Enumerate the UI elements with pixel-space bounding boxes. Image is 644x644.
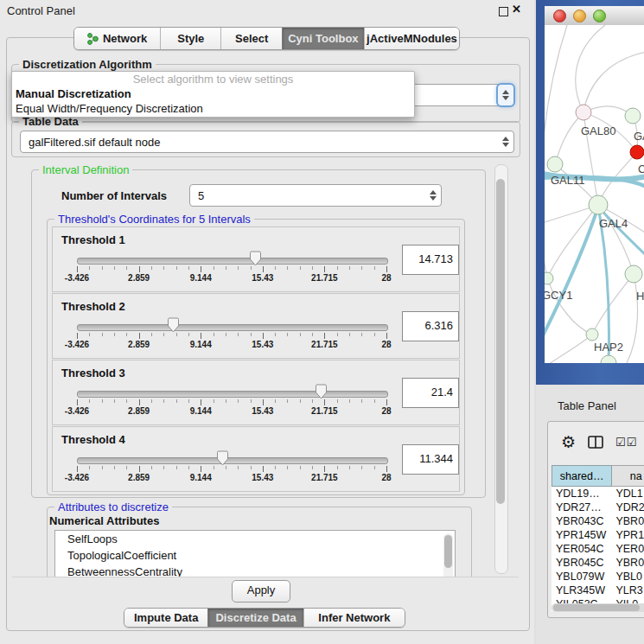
table-data-group: Table Data galFiltered.sif default node xyxy=(11,121,520,157)
threshold-value-field[interactable]: 6.316 xyxy=(402,311,459,341)
tab-label: Infer Network xyxy=(318,611,390,624)
tab-select[interactable]: Select xyxy=(220,28,281,49)
network-node[interactable] xyxy=(625,108,641,124)
combobox-stepper[interactable] xyxy=(498,131,513,152)
table-cell: YBR0 xyxy=(611,557,644,569)
table-row[interactable]: YER054CYER0 xyxy=(552,542,644,556)
network-node[interactable] xyxy=(545,272,553,284)
tab-style[interactable]: Style xyxy=(160,28,220,49)
minimize-traffic-light-icon[interactable] xyxy=(573,10,586,22)
table-cell: YPR145W xyxy=(552,529,611,541)
table-row[interactable]: YDL19…YDL1 xyxy=(552,487,644,501)
table-row[interactable]: YBL079WYBL0 xyxy=(552,570,644,583)
algorithm-dropdown-popup: Select algorithm to view settings Manual… xyxy=(11,71,415,118)
network-node[interactable] xyxy=(576,105,591,120)
threshold-title: Threshold 3 xyxy=(61,367,125,379)
network-node[interactable] xyxy=(625,265,642,283)
tab-label: Cyni Toolbox xyxy=(288,32,358,45)
table-panel-title: Table Panel xyxy=(558,399,616,412)
network-canvas[interactable]: GAL80GACGAL11GAL4GCY1HHAP2 xyxy=(545,25,644,363)
table-cell: YLR3 xyxy=(611,584,644,596)
network-graph: GAL80GACGAL11GAL4GCY1HHAP2 xyxy=(545,25,644,363)
list-scrollbar[interactable] xyxy=(443,533,453,577)
num-intervals-value: 5 xyxy=(190,189,425,202)
slider-thumb[interactable] xyxy=(315,384,328,399)
select-columns-icon[interactable]: ☑☑ xyxy=(615,436,637,449)
slider-thumb[interactable] xyxy=(249,251,262,266)
table-cell: YER0 xyxy=(611,543,644,555)
slider-track[interactable] xyxy=(77,391,388,398)
slider-tick-labels: -3.4262.8599.14415.4321.71528 xyxy=(53,273,459,284)
interval-definition-group: Interval Definition Number of Intervals … xyxy=(31,169,486,498)
table-row[interactable]: YLR345WYLR3 xyxy=(552,583,644,597)
network-edges xyxy=(545,25,644,363)
slider-track[interactable] xyxy=(77,457,388,464)
dropdown-option-manual[interactable]: Manual Discretization xyxy=(12,86,414,101)
group-label: Discretization Algorithm xyxy=(19,58,156,71)
table-header: shared… na xyxy=(552,465,644,487)
node-label: GA xyxy=(634,130,644,143)
combobox-stepper[interactable] xyxy=(498,85,513,105)
table-row[interactable]: YPR145WYPR1 xyxy=(552,528,644,542)
dropdown-option-equal-width[interactable]: Equal Width/Frequency Discretization xyxy=(12,101,414,116)
attribute-item[interactable]: BetweennessCentrality xyxy=(55,564,455,577)
attribute-item[interactable]: TopologicalCoefficient xyxy=(55,547,455,564)
float-window-icon[interactable] xyxy=(499,7,508,16)
slider-track[interactable] xyxy=(77,258,388,265)
num-intervals-label: Number of Intervals xyxy=(61,189,167,202)
table-cell: YER054C xyxy=(552,543,611,555)
window-title: Control Panel xyxy=(7,4,75,17)
network-node[interactable] xyxy=(586,328,598,341)
network-node[interactable] xyxy=(589,195,608,214)
tab-cyni-toolbox[interactable]: Cyni Toolbox xyxy=(282,28,364,49)
table-horizontal-scrollbar[interactable] xyxy=(552,603,644,612)
thresholds-group: Threshold's Coordinates for 5 Intervals … xyxy=(47,219,465,495)
close-traffic-light-icon[interactable] xyxy=(553,10,566,22)
scrollbar-thumb[interactable] xyxy=(553,604,640,611)
split-columns-icon[interactable] xyxy=(588,436,603,449)
slider-ticks xyxy=(53,466,459,472)
threshold-value-field[interactable]: 14.713 xyxy=(402,245,459,275)
tab-network[interactable]: Network xyxy=(74,28,160,49)
table-browser: ⚙ ☑☑ shared… na YDL19…YDL1YDR27…YDR2YBR0… xyxy=(547,421,644,618)
slider-thumb[interactable] xyxy=(167,317,180,333)
table-cell: YBR0 xyxy=(611,515,644,527)
table-cell: YBL079W xyxy=(552,571,611,583)
zoom-traffic-light-icon[interactable] xyxy=(593,10,606,22)
slider-tick-labels: -3.4262.8599.14415.4321.71528 xyxy=(53,340,459,350)
table-row[interactable]: YDR27…YDR2 xyxy=(552,501,644,514)
combobox-stepper[interactable] xyxy=(425,185,441,206)
attribute-item[interactable]: SelfLoops xyxy=(55,531,455,547)
apply-button[interactable]: Apply xyxy=(232,580,290,603)
network-window-titlebar[interactable] xyxy=(545,6,644,26)
gear-icon[interactable]: ⚙ xyxy=(561,434,576,450)
table-row[interactable]: YBR045CYBR0 xyxy=(552,556,644,570)
threshold-value-field[interactable]: 11.344 xyxy=(402,444,459,475)
scrollbar-thumb[interactable] xyxy=(496,179,505,504)
slider-ticks xyxy=(53,266,459,272)
column-header-name[interactable]: na xyxy=(612,465,644,487)
table-data-value: galFiltered.sif default node xyxy=(21,136,498,149)
node-label: GCY1 xyxy=(545,289,572,302)
panel-scrollbar[interactable] xyxy=(494,164,508,574)
tab-label: jActiveMNodules xyxy=(367,32,457,45)
network-node[interactable] xyxy=(547,156,563,172)
network-node[interactable] xyxy=(630,145,644,159)
table-data-combobox[interactable]: galFiltered.sif default node xyxy=(20,131,514,153)
slider-track[interactable] xyxy=(77,324,388,331)
tab-jactivemnodules[interactable]: jActiveMNodules xyxy=(364,28,459,49)
column-header-shared-name[interactable]: shared… xyxy=(552,465,612,487)
tab-label: Impute Data xyxy=(134,611,198,624)
numerical-attributes-list[interactable]: SelfLoopsTopologicalCoefficientBetweenne… xyxy=(54,530,456,577)
tab-infer-network[interactable]: Infer Network xyxy=(303,609,405,627)
tab-impute-data[interactable]: Impute Data xyxy=(124,609,207,627)
table-row[interactable]: YBR043CYBR0 xyxy=(552,514,644,528)
threshold-value-field[interactable]: 21.4 xyxy=(402,378,459,408)
slider-thumb[interactable] xyxy=(216,450,229,466)
node-label: GAL4 xyxy=(599,217,628,230)
tab-discretize-data[interactable]: Discretize Data xyxy=(207,609,303,627)
attributes-group: Attributes to discretize Numerical Attri… xyxy=(47,507,472,577)
network-node[interactable] xyxy=(601,355,616,363)
num-intervals-combobox[interactable]: 5 xyxy=(189,184,442,207)
close-icon[interactable]: ✕ xyxy=(512,3,521,16)
